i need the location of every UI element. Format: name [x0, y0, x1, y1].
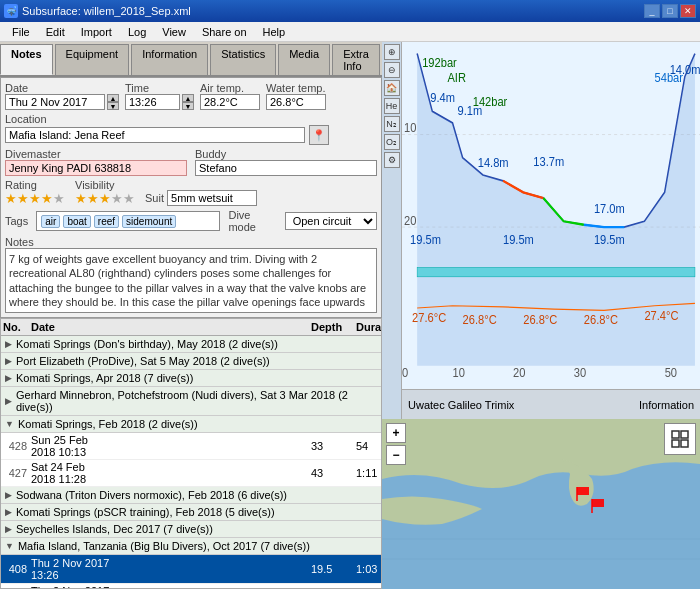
chevron-icon: ▶ [5, 490, 12, 500]
buddy-input[interactable] [195, 160, 377, 176]
notes-text[interactable]: 7 kg of weights gave excellent buoyancy … [5, 248, 377, 313]
dive-duration: 54 [356, 440, 382, 452]
tag-reef: reef [94, 215, 119, 228]
time-spinner[interactable]: ▲ ▼ [182, 94, 194, 110]
zoom-in-button[interactable]: ⊕ [384, 44, 400, 60]
group-label: Gerhard Minnebron, Potchefstroom (Nudi d… [16, 389, 377, 413]
time-down[interactable]: ▼ [182, 102, 194, 110]
group-row[interactable]: ▶ Komati Springs (pSCR training), Feb 20… [1, 504, 381, 521]
watertemp-input[interactable] [266, 94, 326, 110]
tab-equipment[interactable]: Equipment [55, 44, 130, 75]
info-label: Information [639, 399, 694, 411]
vis-star-4[interactable]: ★ [111, 191, 123, 206]
menu-log[interactable]: Log [120, 24, 154, 40]
vis-star-3[interactable]: ★ [99, 191, 111, 206]
dive-number: 408 [3, 563, 31, 575]
date-up[interactable]: ▲ [107, 94, 119, 102]
o2-button[interactable]: O₂ [384, 134, 400, 150]
close-button[interactable]: ✕ [680, 4, 696, 18]
zoom-out-button[interactable]: ⊖ [384, 62, 400, 78]
dive-row[interactable]: 427 Sat 24 Feb 2018 11:28 43 1:11 ●Komat… [1, 460, 381, 487]
dive-list[interactable]: No. Date Depth Duration Media Location ▶… [0, 318, 382, 589]
window-controls[interactable]: _ □ ✕ [644, 4, 696, 18]
group-row[interactable]: ▶ Port Elizabeth (ProDive), Sat 5 May 20… [1, 353, 381, 370]
tab-extrainfo[interactable]: Extra Info [332, 44, 380, 75]
group-label: Komati Springs (Don's birthday), May 201… [16, 338, 278, 350]
tab-statistics[interactable]: Statistics [210, 44, 276, 75]
time-input[interactable] [125, 94, 180, 110]
vis-star-1[interactable]: ★ [75, 191, 87, 206]
tags-row: Tags air boat reef sidemount Dive mode O… [5, 209, 377, 233]
svg-text:13.7m: 13.7m [533, 154, 564, 169]
n2-button[interactable]: N₂ [384, 116, 400, 132]
minimize-button[interactable]: _ [644, 4, 660, 18]
he-button[interactable]: He [384, 98, 400, 114]
svg-text:14.8m: 14.8m [478, 155, 509, 170]
group-row[interactable]: ▶ Sodwana (Triton Divers normoxic), Feb … [1, 487, 381, 504]
group-row[interactable]: ▼ Mafia Island, Tanzania (Big Blu Divers… [1, 538, 381, 555]
menu-file[interactable]: File [4, 24, 38, 40]
maximize-button[interactable]: □ [662, 4, 678, 18]
location-input[interactable] [5, 127, 305, 143]
menu-shareon[interactable]: Share on [194, 24, 255, 40]
star-5[interactable]: ★ [53, 191, 65, 206]
chevron-icon: ▼ [5, 419, 14, 429]
svg-rect-34 [592, 499, 604, 507]
star-3[interactable]: ★ [29, 191, 41, 206]
col-name [111, 321, 311, 333]
group-label: Komati Springs, Apr 2018 (7 dive(s)) [16, 372, 193, 384]
star-2[interactable]: ★ [17, 191, 29, 206]
menu-edit[interactable]: Edit [38, 24, 73, 40]
tab-information[interactable]: Information [131, 44, 208, 75]
home-button[interactable]: 🏠 [384, 80, 400, 96]
group-row[interactable]: ▼ Komati Springs, Feb 2018 (2 dive(s)) [1, 416, 381, 433]
dive-depth: 19.5 [311, 563, 356, 575]
rating-stars[interactable]: ★ ★ ★ ★ ★ [5, 191, 65, 206]
svg-text:9.4m: 9.4m [430, 90, 455, 105]
date-spinner[interactable]: ▲ ▼ [107, 94, 119, 110]
group-label: Komati Springs (pSCR training), Feb 2018… [16, 506, 275, 518]
group-row[interactable]: ▶ Gerhard Minnebron, Potchefstroom (Nudi… [1, 387, 381, 416]
dive-row[interactable]: 407 Thu 2 Nov 2017 11:06 20 58 🎬 ●Mafia … [1, 584, 381, 589]
svg-rect-28 [417, 268, 695, 277]
airtemp-input[interactable] [200, 94, 260, 110]
suit-input[interactable] [167, 190, 257, 206]
divemode-select[interactable]: Open circuit [285, 212, 377, 230]
date-down[interactable]: ▼ [107, 102, 119, 110]
visibility-stars[interactable]: ★ ★ ★ ★ ★ [75, 191, 135, 206]
settings-button[interactable]: ⚙ [384, 152, 400, 168]
location-pin-button[interactable]: 📍 [309, 125, 329, 145]
map-fullscreen-button[interactable] [664, 423, 696, 455]
device-name: Uwatec Galileo Trimix [408, 399, 514, 411]
dive-row-selected[interactable]: 408 Thu 2 Nov 2017 13:26 19.5 1:03 🎬 Maf… [1, 555, 381, 584]
map-zoom-out-button[interactable]: − [386, 445, 406, 465]
dive-depth: 33 [311, 440, 356, 452]
group-row[interactable]: ▶ Seychelles Islands, Dec 2017 (7 dive(s… [1, 521, 381, 538]
tab-notes[interactable]: Notes [0, 44, 53, 75]
divemaster-input[interactable] [5, 160, 187, 176]
map-zoom-in-button[interactable]: + [386, 423, 406, 443]
star-4[interactable]: ★ [41, 191, 53, 206]
date-label: Date [5, 82, 119, 94]
main-layout: Notes Equipment Information Statistics M… [0, 42, 700, 589]
menu-view[interactable]: View [154, 24, 194, 40]
svg-rect-37 [681, 431, 688, 438]
vis-star-5[interactable]: ★ [123, 191, 135, 206]
star-1[interactable]: ★ [5, 191, 17, 206]
dive-number: 428 [3, 440, 31, 452]
group-row[interactable]: ▶ Komati Springs, Apr 2018 (7 dive(s)) [1, 370, 381, 387]
vis-star-2[interactable]: ★ [87, 191, 99, 206]
tags-input[interactable]: air boat reef sidemount [36, 211, 220, 231]
date-input[interactable] [5, 94, 105, 110]
svg-text:19.5m: 19.5m [594, 233, 625, 248]
menu-import[interactable]: Import [73, 24, 120, 40]
location-label: Location [5, 113, 47, 125]
right-panel: ⊕ ⊖ 🏠 He N₂ O₂ ⚙ 10 20 [382, 42, 700, 589]
titlebar: 🤿 Subsurface: willem_2018_Sep.xml _ □ ✕ [0, 0, 700, 22]
dive-row[interactable]: 428 Sun 25 Feb 2018 10:13 33 54 ●Komati … [1, 433, 381, 460]
time-up[interactable]: ▲ [182, 94, 194, 102]
svg-text:0: 0 [402, 366, 409, 381]
tab-media[interactable]: Media [278, 44, 330, 75]
menu-help[interactable]: Help [255, 24, 294, 40]
group-row[interactable]: ▶ Komati Springs (Don's birthday), May 2… [1, 336, 381, 353]
